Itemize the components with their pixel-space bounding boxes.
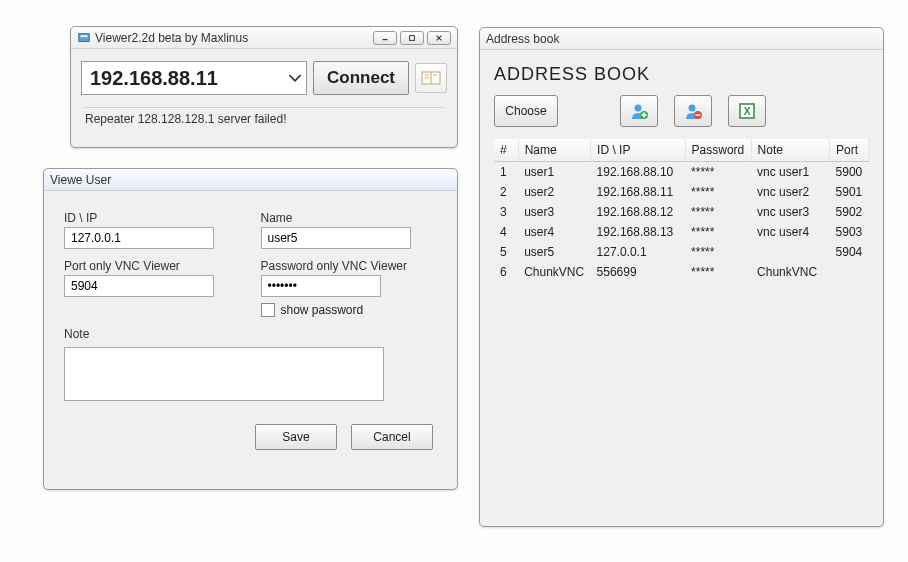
cell-password: *****	[685, 242, 751, 262]
col-header-password[interactable]: Password	[685, 139, 751, 162]
cell-n: 1	[494, 162, 518, 183]
cell-note	[751, 242, 829, 262]
address-book-heading: ADDRESS BOOK	[494, 64, 869, 85]
choose-button[interactable]: Choose	[494, 95, 558, 127]
label-show-password: show password	[281, 303, 364, 317]
show-password-checkbox[interactable]	[261, 303, 275, 317]
label-id-ip: ID \ IP	[64, 211, 241, 225]
cell-idip: 192.168.88.12	[591, 202, 686, 222]
cell-name: user5	[518, 242, 590, 262]
port-input[interactable]	[64, 275, 214, 297]
cell-password: *****	[685, 202, 751, 222]
connect-button[interactable]: Connect	[313, 61, 409, 95]
cell-note: vnc user2	[751, 182, 829, 202]
cell-n: 6	[494, 262, 518, 282]
cell-password: *****	[685, 222, 751, 242]
cell-idip: 192.168.88.13	[591, 222, 686, 242]
table-row[interactable]: 6ChunkVNC556699*****ChunkVNC	[494, 262, 869, 282]
cell-n: 2	[494, 182, 518, 202]
col-header-idip[interactable]: ID \ IP	[591, 139, 686, 162]
remove-user-button[interactable]	[674, 95, 712, 127]
id-ip-input[interactable]	[64, 227, 214, 249]
window-title: Viewe User	[50, 173, 111, 187]
cancel-button[interactable]: Cancel	[351, 424, 433, 450]
titlebar[interactable]: Viewer2.2d beta by Maxlinus	[71, 27, 457, 49]
window-title: Viewer2.2d beta by Maxlinus	[95, 31, 248, 45]
titlebar[interactable]: Viewe User	[44, 169, 457, 191]
table-row[interactable]: 2user2192.168.88.11*****vnc user25901	[494, 182, 869, 202]
note-textarea[interactable]	[64, 347, 384, 401]
close-button[interactable]	[427, 31, 451, 45]
cell-note: vnc user1	[751, 162, 829, 183]
app-icon	[77, 31, 91, 45]
table-row[interactable]: 5user5127.0.0.1*****5904	[494, 242, 869, 262]
cell-n: 4	[494, 222, 518, 242]
address-book-table: # Name ID \ IP Password Note Port 1user1…	[494, 139, 869, 282]
label-name: Name	[261, 211, 438, 225]
edit-user-window: Viewe User ID \ IP Name Port only VNC Vi…	[43, 168, 458, 490]
titlebar[interactable]: Address book	[480, 28, 883, 50]
password-input[interactable]	[261, 275, 381, 297]
cell-password: *****	[685, 182, 751, 202]
svg-rect-0	[79, 33, 90, 41]
cell-idip: 127.0.0.1	[591, 242, 686, 262]
cell-port: 5904	[830, 242, 869, 262]
address-combo[interactable]: 192.168.88.11	[81, 61, 307, 95]
address-value: 192.168.88.11	[90, 67, 218, 90]
save-button[interactable]: Save	[255, 424, 337, 450]
cell-port: 5901	[830, 182, 869, 202]
col-header-port[interactable]: Port	[830, 139, 869, 162]
window-title: Address book	[486, 32, 559, 46]
svg-rect-3	[410, 35, 415, 40]
label-note: Note	[64, 327, 437, 341]
cell-password: *****	[685, 262, 751, 282]
label-port: Port only VNC Viewer	[64, 259, 241, 273]
cell-port	[830, 262, 869, 282]
viewer-main-window: Viewer2.2d beta by Maxlinus 192.168.88.1…	[70, 26, 458, 148]
cell-note: vnc user4	[751, 222, 829, 242]
address-book-window: Address book ADDRESS BOOK Choose X # Nam…	[479, 27, 884, 527]
cell-name: ChunkVNC	[518, 262, 590, 282]
svg-text:X: X	[744, 106, 751, 117]
cell-idip: 192.168.88.10	[591, 162, 686, 183]
cell-name: user3	[518, 202, 590, 222]
export-excel-button[interactable]: X	[728, 95, 766, 127]
cell-note: vnc user3	[751, 202, 829, 222]
name-input[interactable]	[261, 227, 411, 249]
cell-idip: 192.168.88.11	[591, 182, 686, 202]
col-header-note[interactable]: Note	[751, 139, 829, 162]
cell-name: user2	[518, 182, 590, 202]
status-line: Repeater 128.128.128.1 server failed!	[85, 107, 443, 126]
address-book-button[interactable]	[415, 63, 447, 93]
add-user-button[interactable]	[620, 95, 658, 127]
label-password: Password only VNC Viewer	[261, 259, 438, 273]
table-row[interactable]: 3user3192.168.88.12*****vnc user35902	[494, 202, 869, 222]
cell-name: user1	[518, 162, 590, 183]
cell-port: 5902	[830, 202, 869, 222]
maximize-button[interactable]	[400, 31, 424, 45]
chevron-down-icon[interactable]	[288, 69, 302, 87]
cell-port: 5900	[830, 162, 869, 183]
cell-name: user4	[518, 222, 590, 242]
svg-point-15	[689, 105, 696, 112]
cell-n: 3	[494, 202, 518, 222]
col-header-n[interactable]: #	[494, 139, 518, 162]
svg-point-11	[635, 105, 642, 112]
svg-rect-1	[81, 35, 88, 37]
col-header-name[interactable]: Name	[518, 139, 590, 162]
cell-password: *****	[685, 162, 751, 183]
cell-note: ChunkVNC	[751, 262, 829, 282]
table-row[interactable]: 4user4192.168.88.13*****vnc user45903	[494, 222, 869, 242]
cell-n: 5	[494, 242, 518, 262]
minimize-button[interactable]	[373, 31, 397, 45]
cell-idip: 556699	[591, 262, 686, 282]
cell-port: 5903	[830, 222, 869, 242]
table-row[interactable]: 1user1192.168.88.10*****vnc user15900	[494, 162, 869, 183]
